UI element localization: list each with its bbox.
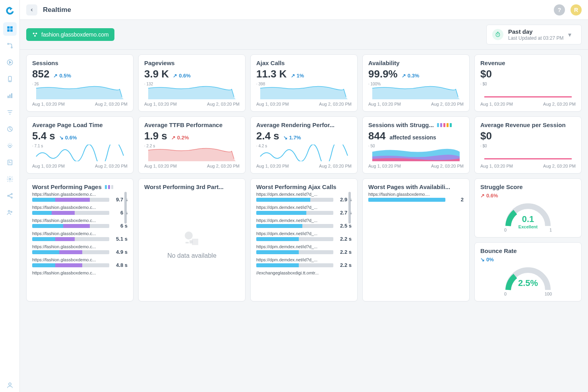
list-url: //exchangeglassboxdigi.tt.omtr... bbox=[256, 270, 352, 275]
site-chip[interactable]: fashion.glassboxdemo.com bbox=[26, 28, 114, 41]
nav-dashboard-icon[interactable] bbox=[3, 22, 17, 36]
kpi-card-0[interactable]: Sessions 852 ↗ 0.5% · 26 Aug 1, 03:20 PM… bbox=[26, 54, 133, 112]
metric-value: 5.4 s bbox=[32, 130, 55, 142]
time-axis: Aug 1, 03:20 PMAug 2, 03:20 PM bbox=[256, 102, 352, 106]
time-range-selector[interactable]: Past day Last Updated at 03:27 PM ▾ bbox=[486, 25, 582, 44]
bar bbox=[32, 237, 109, 241]
nav-flow-icon[interactable] bbox=[3, 39, 17, 52]
nav-report-icon[interactable] bbox=[3, 156, 17, 169]
scrollbar[interactable] bbox=[348, 192, 351, 296]
metric-value: 844 bbox=[368, 130, 385, 142]
list-item[interactable]: https://dpm.demdex.net/id?d_... 2.9 s bbox=[256, 192, 352, 203]
bar bbox=[32, 263, 109, 267]
time-axis: Aug 1, 03:20 PMAug 2, 03:20 PM bbox=[144, 164, 240, 168]
trend-arrow-icon: ↗ bbox=[53, 73, 58, 79]
list-item[interactable]: https://fashion.glassboxdemo.c... 4.8 s bbox=[32, 257, 128, 268]
time-axis: Aug 1, 03:20 PMAug 2, 03:20 PM bbox=[480, 102, 576, 106]
list-item[interactable]: https://dpm.demdex.net/id?d_... 2.2 s bbox=[256, 257, 352, 268]
logo bbox=[5, 6, 15, 16]
list-url: https://fashion.glassboxdemo.c... bbox=[32, 192, 128, 197]
card-title: Worst Performing 3rd Part... bbox=[144, 183, 240, 190]
svg-point-20 bbox=[11, 211, 12, 212]
metric-value: $0 bbox=[480, 68, 492, 80]
clock-icon bbox=[492, 29, 503, 40]
svg-rect-29 bbox=[192, 239, 198, 245]
card-title: Average Revenue per Session bbox=[480, 122, 576, 128]
nav-chart-icon[interactable] bbox=[3, 89, 17, 102]
scrollbar[interactable] bbox=[124, 192, 127, 296]
kpi-card-3[interactable]: Availability 99.9% ↗ 0.3% · 100% Aug 1, … bbox=[362, 54, 470, 112]
time-axis: Aug 1, 03:20 PMAug 2, 03:20 PM bbox=[32, 102, 128, 106]
time-axis: Aug 1, 03:20 PMAug 2, 03:20 PM bbox=[32, 164, 128, 168]
nav-pie-icon[interactable] bbox=[3, 122, 17, 136]
bar bbox=[32, 224, 109, 228]
worst-ajax-card[interactable]: Worst Performing Ajax Calls https://dpm.… bbox=[250, 178, 358, 301]
kpi2-card-1[interactable]: Average TTFB Performance 1.9 s ↗ 0.2% · … bbox=[138, 116, 246, 174]
metric-value: 11.3 K bbox=[256, 68, 287, 80]
worst-pages-card[interactable]: Worst Performing Pages https://fashion.g… bbox=[26, 178, 133, 301]
trend-indicator: ↗ 1% bbox=[291, 73, 304, 79]
list-item[interactable]: https://fashion.glassboxdemo.c... 6 s bbox=[32, 205, 128, 216]
metric-suffix: affected sessions bbox=[389, 134, 436, 141]
trend-arrow-icon: ↗ bbox=[291, 73, 295, 79]
list-url: https://dpm.demdex.net/id?d_... bbox=[256, 218, 352, 223]
kpi-card-1[interactable]: Pageviews 3.9 K ↗ 0.6% · 132 Aug 1, 03:2… bbox=[138, 54, 246, 112]
kpi2-card-0[interactable]: Average Page Load Time 5.4 s ↘ 0.6% · 7.… bbox=[26, 116, 133, 174]
trend-indicator: ↗ 0.5% bbox=[53, 73, 71, 79]
bounce-rate-card[interactable]: Bounce Rate ↘ 0% 2.5% 0100 bbox=[474, 242, 582, 301]
svg-point-24 bbox=[34, 35, 36, 37]
list-item[interactable]: https://dpm.demdex.net/id?d_... 2.2 s bbox=[256, 244, 352, 255]
trend-indicator: ↗ 0.6% bbox=[480, 193, 498, 199]
gauge-min: 0 bbox=[504, 228, 507, 232]
list-item[interactable]: https://fashion.glassboxdemo.c... bbox=[32, 270, 128, 275]
kpi2-card-3[interactable]: Sessions with Strugg... 844 affected ses… bbox=[362, 116, 470, 174]
svg-text:2.5%: 2.5% bbox=[518, 278, 538, 288]
list-item[interactable]: https://dpm.demdex.net/id?d_... 2.2 s bbox=[256, 231, 352, 242]
list-item[interactable]: https://dpm.demdex.net/id?d_... 2.7 s bbox=[256, 205, 352, 216]
nav-team-icon[interactable] bbox=[3, 206, 17, 219]
struggle-score-card[interactable]: Struggle Score ↗ 0.6% 0.1 Excellent 01 bbox=[474, 178, 582, 238]
kpi-card-4[interactable]: Revenue $0 · $0 Aug 1, 03:20 PMAug 2, 03… bbox=[474, 54, 582, 112]
list-item[interactable]: https://fashion.glassboxdemo.c... 6 s bbox=[32, 218, 128, 229]
kpi-card-2[interactable]: Ajax Calls 11.3 K ↗ 1% · 398 Aug 1, 03:2… bbox=[250, 54, 358, 112]
chevron-down-icon: ▾ bbox=[568, 31, 571, 39]
spark-peak-label: · 26 bbox=[32, 82, 39, 86]
gauge-max: 100 bbox=[545, 292, 552, 296]
worst-availability-card[interactable]: Worst Pages with Availabili... https://f… bbox=[362, 178, 470, 301]
nav-mobile-icon[interactable] bbox=[3, 72, 17, 86]
trend-arrow-icon: ↗ bbox=[173, 73, 177, 79]
list-item[interactable]: https://fashion.glassboxdemo.... 2 bbox=[368, 192, 464, 203]
card-title: Sessions bbox=[32, 60, 128, 66]
nav-settings-icon[interactable] bbox=[3, 172, 17, 186]
list-url: https://fashion.glassboxdemo.c... bbox=[32, 218, 128, 223]
card-title: Worst Performing Ajax Calls bbox=[256, 183, 352, 190]
list-item[interactable]: https://fashion.glassboxdemo.c... 9.7 s bbox=[32, 192, 128, 203]
nav-user-icon[interactable] bbox=[3, 378, 17, 392]
list-url: https://fashion.glassboxdemo.c... bbox=[32, 270, 128, 275]
list-item[interactable]: https://dpm.demdex.net/id?d_... 2.5 s bbox=[256, 218, 352, 229]
trend-indicator: ↘ 0.6% bbox=[59, 135, 77, 141]
svg-point-4 bbox=[8, 43, 9, 44]
avatar[interactable]: R bbox=[571, 4, 582, 15]
list-item[interactable]: https://fashion.glassboxdemo.c... 5.1 s bbox=[32, 231, 128, 242]
bar bbox=[368, 198, 445, 202]
empty-state: No data available bbox=[144, 192, 240, 296]
back-button[interactable] bbox=[26, 4, 37, 15]
list-url: https://fashion.glassboxdemo.c... bbox=[32, 257, 128, 262]
help-icon[interactable]: ? bbox=[554, 4, 565, 15]
svg-point-23 bbox=[35, 33, 37, 35]
card-title: Ajax Calls bbox=[256, 60, 352, 66]
bar bbox=[32, 198, 109, 202]
trend-arrow-icon: ↘ bbox=[480, 257, 485, 263]
nav-alert-icon[interactable] bbox=[3, 139, 17, 153]
list-item[interactable]: //exchangeglassboxdigi.tt.omtr... bbox=[256, 270, 352, 275]
list-item[interactable]: https://fashion.glassboxdemo.c... 4.9 s bbox=[32, 244, 128, 255]
kpi2-card-4[interactable]: Average Revenue per Session $0 · $0 Aug … bbox=[474, 116, 582, 174]
worst-3rd-party-card[interactable]: Worst Performing 3rd Part... No data ava… bbox=[138, 178, 246, 301]
nav-share-icon[interactable] bbox=[3, 189, 17, 203]
svg-point-15 bbox=[9, 178, 11, 180]
nav-play-icon[interactable] bbox=[3, 56, 17, 69]
nav-filter-icon[interactable] bbox=[3, 106, 17, 119]
kpi2-card-2[interactable]: Average Rendering Perfor... 2.4 s ↘ 1.7%… bbox=[250, 116, 358, 174]
svg-rect-10 bbox=[9, 95, 10, 98]
